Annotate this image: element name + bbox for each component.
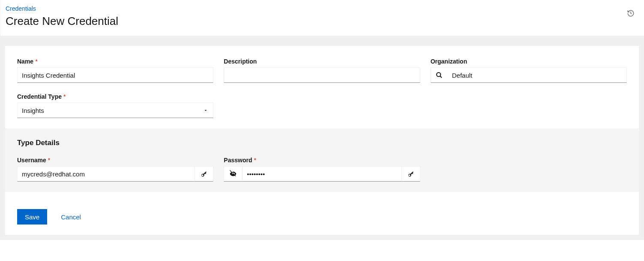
svg-line-1 (440, 76, 442, 78)
organization-input[interactable] (448, 67, 627, 83)
credential-type-label: Credential Type* (17, 93, 213, 100)
password-input-wrap (224, 166, 420, 182)
description-input[interactable] (224, 67, 420, 83)
required-asterisk: * (63, 93, 66, 100)
search-icon[interactable] (431, 67, 448, 83)
password-input[interactable] (243, 166, 401, 182)
username-input-wrap (17, 166, 213, 182)
description-field-group: Description (224, 58, 420, 83)
page-container: Credentials Create New Credential Name* (0, 0, 644, 240)
key-icon-button[interactable] (401, 166, 420, 182)
eye-slash-icon (229, 170, 237, 178)
credential-type-select[interactable] (17, 103, 213, 118)
page-title: Create New Credential (6, 15, 118, 28)
type-details-heading: Type Details (17, 139, 627, 147)
spacer (431, 157, 627, 182)
cancel-button[interactable]: Cancel (53, 209, 89, 225)
description-label: Description (224, 58, 420, 65)
spacer (224, 93, 420, 118)
form-row-2: Credential Type* (17, 93, 627, 118)
page-header: Credentials Create New Credential (0, 0, 644, 36)
form-actions: Save Cancel (5, 192, 639, 235)
credential-type-field-group: Credential Type* (17, 93, 213, 118)
required-asterisk: * (35, 58, 37, 65)
svg-point-0 (437, 73, 440, 76)
password-field-group: Password* (224, 157, 420, 182)
credential-type-value[interactable] (17, 103, 213, 118)
form-card: Name* Description Organization (5, 46, 639, 235)
key-icon (201, 170, 207, 177)
organization-label: Organization (431, 58, 627, 65)
spacer (431, 93, 627, 118)
username-field-group: Username* (17, 157, 213, 182)
key-icon-button[interactable] (195, 166, 213, 182)
type-details-row: Username* (17, 157, 627, 182)
content-area: Name* Description Organization (0, 36, 644, 240)
key-icon (407, 170, 414, 177)
organization-field-group: Organization (431, 58, 627, 83)
header-left: Credentials Create New Credential (6, 5, 118, 28)
main-form-section: Name* Description Organization (5, 46, 639, 128)
name-input[interactable] (17, 67, 213, 83)
required-asterisk: * (48, 157, 50, 164)
form-row-1: Name* Description Organization (17, 58, 627, 83)
required-asterisk: * (254, 157, 256, 164)
name-label: Name* (17, 58, 213, 65)
history-icon[interactable] (623, 5, 639, 21)
toggle-visibility-button[interactable] (224, 166, 243, 182)
organization-lookup (431, 67, 627, 83)
password-label: Password* (224, 157, 420, 164)
username-label: Username* (17, 157, 213, 164)
save-button[interactable]: Save (17, 209, 47, 225)
username-input[interactable] (17, 166, 195, 182)
name-field-group: Name* (17, 58, 213, 83)
type-details-section: Type Details Username* (5, 128, 639, 192)
breadcrumb-credentials[interactable]: Credentials (6, 5, 36, 12)
